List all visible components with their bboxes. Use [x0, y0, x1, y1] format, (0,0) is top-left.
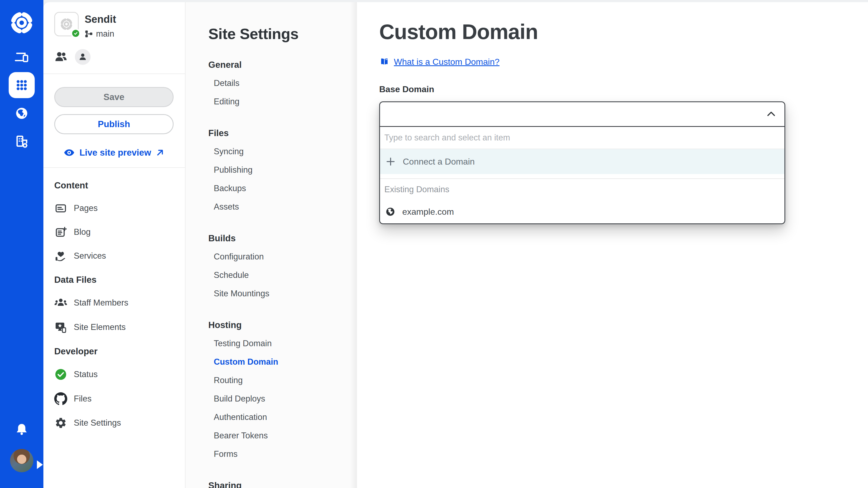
developer-section: Developer Status Files Site Settings [54, 346, 174, 429]
nav-section-hosting: Hosting Testing Domain Custom Domain Rou… [208, 316, 357, 463]
project-header: Sendit main [54, 12, 174, 39]
data-files-section: Data Files Staff Members Site El [54, 274, 174, 334]
nav-link-schedule[interactable]: Schedule [208, 266, 357, 284]
help-link-row[interactable]: What is a Custom Domain? [379, 57, 868, 67]
domain-option-label: example.com [402, 207, 454, 217]
editor-mode-row [54, 49, 174, 65]
project-thumbnail [54, 12, 79, 36]
domain-option-example-com[interactable]: example.com [380, 200, 784, 223]
nav-section-label: Hosting [208, 316, 357, 334]
sidebar-item-files[interactable]: Files [54, 392, 174, 405]
sidebar-item-label: Pages [74, 203, 98, 213]
nav-link-syncing[interactable]: Syncing [208, 142, 357, 161]
sidebar-item-label: Services [74, 251, 106, 261]
nav-link-assets[interactable]: Assets [208, 198, 357, 216]
nav-link-details[interactable]: Details [208, 74, 357, 93]
cloudcannon-logo[interactable] [8, 9, 35, 36]
nav-link-forms[interactable]: Forms [208, 445, 357, 463]
sidebar-item-pages[interactable]: Pages [54, 202, 174, 215]
github-icon [54, 392, 67, 405]
plus-icon [386, 157, 395, 166]
app-rail [0, 0, 43, 488]
services-icon [54, 250, 67, 262]
nav-link-routing[interactable]: Routing [208, 371, 357, 390]
settings-nav-panel: Site Settings General Details Editing Fi… [186, 2, 357, 488]
open-book-icon [379, 57, 390, 67]
status-check-icon [54, 368, 67, 381]
sidebar-item-site-elements[interactable]: Site Elements [54, 321, 174, 334]
nav-link-publishing[interactable]: Publishing [208, 161, 357, 179]
sidebar-item-label: Site Settings [74, 418, 121, 428]
pages-icon [54, 202, 67, 215]
nav-link-configuration[interactable]: Configuration [208, 248, 357, 266]
sidebar-item-services[interactable]: Services [54, 250, 174, 262]
synced-check-badge [71, 29, 81, 38]
eye-icon [63, 147, 75, 159]
nav-section-label: General [208, 56, 357, 74]
team-people-icon[interactable] [54, 50, 68, 64]
project-meta: Sendit main [85, 12, 116, 39]
nav-link-site-mountings[interactable]: Site Mountings [208, 284, 357, 303]
nav-section-files: Files Syncing Publishing Backups Assets [208, 124, 357, 216]
nav-link-custom-domain[interactable]: Custom Domain [208, 353, 357, 371]
globe-icon[interactable] [9, 100, 35, 126]
divider [43, 73, 185, 74]
chevron-up-icon[interactable] [767, 110, 776, 118]
apps-grid-icon[interactable] [9, 72, 35, 98]
gear-icon [54, 417, 67, 429]
nav-link-bearer-tokens[interactable]: Bearer Tokens [208, 426, 357, 445]
publish-button[interactable]: Publish [54, 114, 174, 134]
user-avatar[interactable] [10, 449, 33, 472]
help-link: What is a Custom Domain? [394, 57, 499, 67]
rail-bottom [9, 416, 35, 488]
nav-link-authentication[interactable]: Authentication [208, 408, 357, 426]
nav-section-label: Builds [208, 229, 357, 248]
live-site-preview-label: Live site preview [80, 148, 151, 158]
nav-link-testing-domain[interactable]: Testing Domain [208, 334, 357, 353]
save-button[interactable]: Save [54, 87, 174, 107]
single-user-icon[interactable] [75, 49, 91, 65]
nav-section-builds: Builds Configuration Schedule Site Mount… [208, 229, 357, 303]
devices-icon[interactable] [9, 44, 35, 70]
sidebar-item-site-settings[interactable]: Site Settings [54, 417, 174, 429]
nav-link-build-deploys[interactable]: Build Deploys [208, 390, 357, 408]
project-panel: Sendit main [43, 2, 186, 488]
page-title: Custom Domain [379, 20, 868, 44]
site-elements-icon [54, 321, 67, 334]
globe-icon [385, 206, 396, 217]
developer-heading: Developer [54, 346, 174, 357]
sidebar-item-label: Files [74, 394, 91, 404]
base-domain-input[interactable] [380, 102, 784, 126]
base-domain-label: Base Domain [379, 84, 868, 94]
sidebar-item-blog[interactable]: Blog [54, 226, 174, 238]
nav-section-label: Files [208, 124, 357, 142]
settings-nav-title: Site Settings [208, 25, 357, 42]
live-site-preview-link[interactable]: Live site preview [54, 147, 174, 159]
sidebar-item-status[interactable]: Status [54, 368, 174, 381]
content-heading: Content [54, 180, 174, 191]
connect-a-domain-label: Connect a Domain [403, 157, 475, 167]
sidebar-item-label: Staff Members [74, 298, 128, 308]
sidebar-item-label: Status [74, 369, 98, 379]
organization-settings-icon[interactable] [9, 129, 35, 155]
branch-row[interactable]: main [85, 29, 116, 39]
sidebar-item-staff-members[interactable]: Staff Members [54, 296, 174, 310]
branch-icon [85, 30, 93, 38]
notifications-bell-icon[interactable] [9, 416, 35, 443]
external-arrow-icon [155, 148, 165, 157]
project-name: Sendit [85, 13, 116, 25]
sidebar-item-label: Site Elements [74, 322, 126, 332]
nav-section-general: General Details Editing [208, 56, 357, 111]
base-domain-combobox: Type to search and select an item Connec… [379, 101, 785, 224]
nav-link-editing[interactable]: Editing [208, 93, 357, 111]
staff-icon [54, 296, 67, 310]
dropdown-search-input[interactable]: Type to search and select an item [380, 127, 784, 149]
avatar-expand-caret-icon[interactable] [37, 460, 43, 469]
nav-section-label: Sharing [208, 476, 357, 488]
nav-link-backups[interactable]: Backups [208, 179, 357, 198]
connect-a-domain-option[interactable]: Connect a Domain [380, 149, 784, 174]
existing-domains-group-label: Existing Domains [380, 179, 784, 200]
branch-name: main [96, 29, 114, 39]
dropdown-gap [380, 174, 784, 178]
main-content: Custom Domain What is a Custom Domain? B… [357, 2, 868, 488]
